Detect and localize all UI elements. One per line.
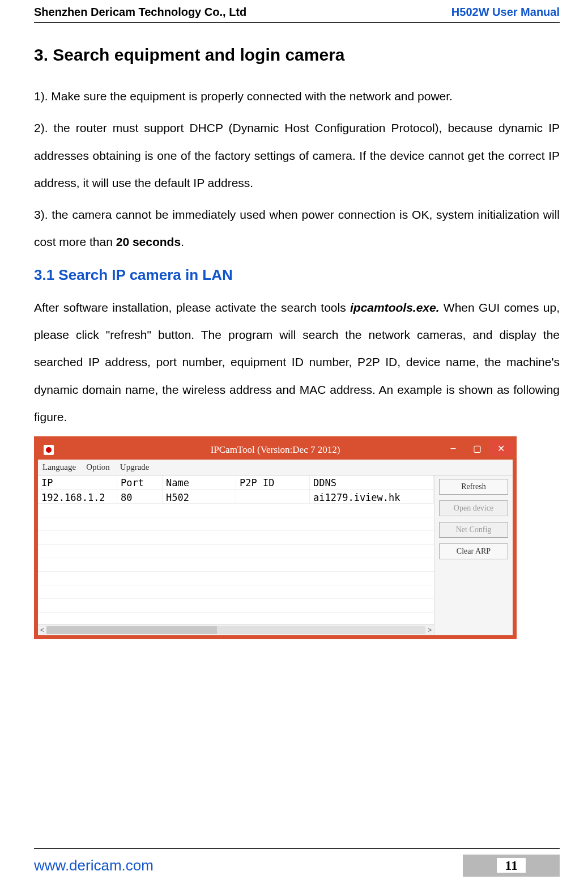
table-header: IP Port Name P2P ID DDNS — [38, 475, 434, 490]
scroll-right-icon[interactable]: > — [428, 626, 432, 634]
app-icon — [44, 445, 54, 455]
document-header: Shenzhen Dericam Technology Co., Ltd H50… — [34, 6, 560, 23]
clear-arp-button[interactable]: Clear ARP — [439, 543, 508, 559]
cell-name: H502 — [163, 490, 236, 503]
window-title: IPCamTool (Version:Dec 7 2012) — [211, 444, 340, 456]
net-config-button[interactable]: Net Config — [439, 522, 508, 538]
cell-port: 80 — [117, 490, 163, 503]
paragraph-3: 3). the camera cannot be immediately use… — [34, 201, 560, 256]
p3-bold: 20 seconds — [116, 235, 181, 248]
titlebar: IPCamTool (Version:Dec 7 2012) – ▢ ✕ — [38, 440, 513, 460]
close-button[interactable]: ✕ — [489, 440, 513, 456]
sub-p-suffix: When GUI comes up, please click "refresh… — [34, 301, 560, 423]
table-row — [38, 585, 434, 599]
horizontal-scrollbar[interactable]: < > — [38, 624, 434, 635]
footer-url: www.dericam.com — [34, 857, 154, 874]
open-device-button[interactable]: Open device — [439, 500, 508, 516]
cell-ip: 192.168.1.2 — [38, 490, 117, 503]
subsection-paragraph: After software installation, please acti… — [34, 294, 560, 431]
paragraph-2: 2). the router must support DHCP (Dynami… — [34, 114, 560, 197]
col-name[interactable]: Name — [163, 475, 236, 490]
minimize-button[interactable]: – — [441, 440, 465, 456]
table-row — [38, 504, 434, 517]
tool-name: ipcamtools.exe. — [350, 301, 440, 314]
scroll-thumb[interactable] — [46, 626, 217, 634]
table-row — [38, 517, 434, 531]
app-content: IP Port Name P2P ID DDNS 192.168.1.2 80 … — [38, 475, 513, 635]
table-row — [38, 531, 434, 545]
menu-option[interactable]: Option — [86, 462, 110, 472]
maximize-button[interactable]: ▢ — [465, 440, 489, 456]
menubar: Language Option Upgrade — [38, 460, 513, 475]
refresh-button[interactable]: Refresh — [439, 479, 508, 495]
table-row — [38, 545, 434, 558]
sub-p-prefix: After software installation, please acti… — [34, 301, 350, 314]
cell-ddns: ai1279.iview.hk — [310, 490, 434, 503]
page-number: 11 — [497, 858, 526, 873]
p3-suffix: . — [181, 235, 184, 248]
section-title: 3. Search equipment and login camera — [34, 45, 560, 65]
menu-upgrade[interactable]: Upgrade — [120, 462, 150, 472]
device-table: IP Port Name P2P ID DDNS 192.168.1.2 80 … — [38, 475, 434, 635]
button-panel: Refresh Open device Net Config Clear ARP — [434, 475, 513, 635]
col-port[interactable]: Port — [117, 475, 163, 490]
subsection-title: 3.1 Search IP camera in LAN — [34, 266, 560, 284]
table-row — [38, 599, 434, 613]
scroll-track[interactable] — [46, 626, 425, 634]
page-number-container: 11 — [463, 855, 560, 877]
table-body: 192.168.1.2 80 H502 ai1279.iview.hk — [38, 490, 434, 624]
cell-p2p — [236, 490, 310, 503]
col-ddns[interactable]: DDNS — [310, 475, 434, 490]
p3-prefix: 3). the camera cannot be immediately use… — [34, 208, 560, 248]
app-window: IPCamTool (Version:Dec 7 2012) – ▢ ✕ Lan… — [34, 436, 517, 639]
document-footer: www.dericam.com 11 — [34, 848, 560, 877]
menu-language[interactable]: Language — [42, 462, 76, 472]
manual-title: H502W User Manual — [451, 6, 560, 19]
paragraph-1: 1). Make sure the equipment is properly … — [34, 83, 560, 110]
col-ip[interactable]: IP — [38, 475, 117, 490]
table-row — [38, 558, 434, 572]
table-row — [38, 572, 434, 585]
window-controls: – ▢ ✕ — [441, 440, 513, 456]
table-row[interactable]: 192.168.1.2 80 H502 ai1279.iview.hk — [38, 490, 434, 504]
col-p2p[interactable]: P2P ID — [236, 475, 310, 490]
company-name: Shenzhen Dericam Technology Co., Ltd — [34, 6, 246, 19]
scroll-left-icon[interactable]: < — [40, 626, 44, 634]
